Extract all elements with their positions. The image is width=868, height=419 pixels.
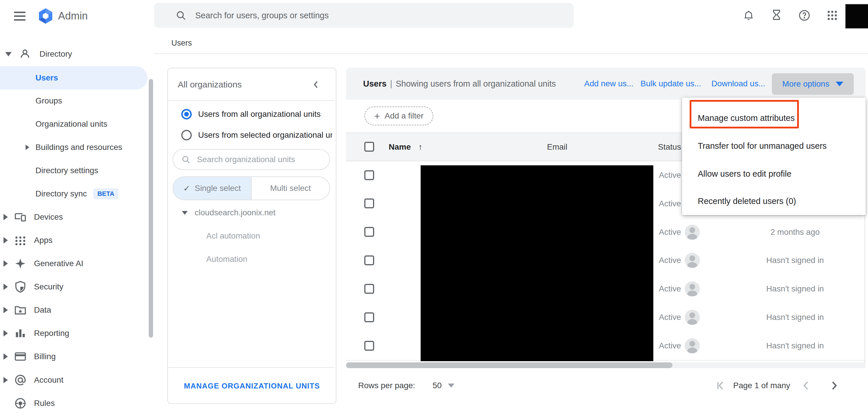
menu-item-recently-deleted[interactable]: Recently deleted users (0) <box>698 197 796 206</box>
collapse-panel-icon[interactable] <box>311 79 321 90</box>
avatar <box>685 281 700 296</box>
sidebar-item-generative-ai[interactable]: Generative AI <box>3 252 83 275</box>
row-checkbox[interactable] <box>364 199 374 208</box>
sidebar-item-data[interactable]: Data <box>3 298 51 322</box>
sidebar-item-security[interactable]: Security <box>3 275 63 298</box>
menu-item-transfer-tool[interactable]: Transfer tool for unmanaged users <box>698 141 827 151</box>
avatar <box>685 253 700 268</box>
org-tree-item[interactable]: Automation <box>206 249 248 269</box>
check-icon: ✓ <box>183 184 190 193</box>
org-search-placeholder: Search organizational units <box>197 155 295 164</box>
credit-card-icon <box>14 350 27 363</box>
org-panel-title: All organizations <box>178 77 242 93</box>
org-tree-domain-row[interactable]: cloudsearch.joonix.net <box>182 203 276 223</box>
horizontal-scrollbar-track[interactable] <box>346 362 866 368</box>
row-checkbox[interactable] <box>364 256 374 265</box>
row-checkbox[interactable] <box>364 341 374 351</box>
download-users-link[interactable]: Download us... <box>711 68 765 100</box>
row-checkbox[interactable] <box>364 284 374 294</box>
status-cell: Active <box>659 189 681 218</box>
admin-logo-icon <box>37 7 54 24</box>
sidebar-item-directory-settings[interactable]: Directory settings <box>35 159 98 182</box>
previous-page-icon[interactable] <box>800 379 813 392</box>
admin-console-screen: Admin Search for users, groups or settin… <box>0 0 868 419</box>
last-sign-in-cell: Hasn't signed in <box>766 303 824 332</box>
multi-select-option[interactable]: Multi select <box>252 177 330 200</box>
annotation-highlight-box <box>690 100 799 128</box>
row-checkbox[interactable] <box>364 227 374 237</box>
avatar <box>685 310 700 325</box>
chevron-right-icon <box>3 283 8 290</box>
column-header-name[interactable]: Name ↑ <box>389 132 423 161</box>
sidebar-item-billing[interactable]: Billing <box>3 345 56 368</box>
chevron-right-icon <box>3 353 8 360</box>
global-search-bar[interactable]: Search for users, groups or settings <box>154 3 574 28</box>
breadcrumb[interactable]: Users <box>172 35 192 51</box>
next-page-icon[interactable] <box>827 379 841 392</box>
sort-ascending-icon: ↑ <box>418 142 423 152</box>
org-units-panel: All organizations Users from all organiz… <box>167 68 336 404</box>
radio-selected-org-units[interactable]: Users from selected organizational units <box>181 125 332 146</box>
sidebar-item-groups[interactable]: Groups <box>35 89 62 113</box>
last-sign-in-cell: Hasn't signed in <box>766 332 824 360</box>
single-select-option[interactable]: ✓ Single select <box>173 177 252 200</box>
sidebar-item-rules[interactable]: Rules <box>3 392 55 415</box>
account-avatar[interactable] <box>845 4 868 28</box>
manage-org-units-button[interactable]: MANAGE ORGANIZATIONAL UNITS <box>184 382 320 391</box>
product-name: Admin <box>58 9 88 23</box>
status-cell: Active <box>659 218 681 246</box>
chevron-right-icon <box>3 377 8 383</box>
chevron-right-icon <box>3 237 8 243</box>
sidebar-item-buildings-resources[interactable]: Buildings and resources <box>26 136 122 159</box>
row-checkbox[interactable] <box>364 170 374 180</box>
chevron-down-icon <box>5 52 11 56</box>
sidebar-item-reporting[interactable]: Reporting <box>3 322 69 345</box>
sidebar-item-directory-sync[interactable]: Directory sync BETA <box>35 182 119 205</box>
apps-grid-icon[interactable] <box>826 9 838 22</box>
hourglass-icon[interactable] <box>770 9 783 21</box>
org-tree-item[interactable]: Acl automation <box>206 226 260 246</box>
chevron-right-icon <box>3 214 8 220</box>
org-panel-divider <box>168 100 335 101</box>
notifications-bell-icon[interactable] <box>743 9 755 22</box>
last-sign-in-cell: Hasn't signed in <box>766 275 824 303</box>
sidebar-item-account[interactable]: Account <box>3 368 63 392</box>
more-options-button[interactable]: More options <box>772 73 854 95</box>
sidebar-item-organizational-units[interactable]: Organizational units <box>35 113 107 136</box>
chevron-down-icon <box>182 211 188 215</box>
sidebar-item-directory[interactable]: Directory <box>3 42 152 66</box>
search-icon <box>181 155 191 164</box>
first-page-icon[interactable] <box>714 379 727 392</box>
menu-item-allow-edit-profile[interactable]: Allow users to edit profile <box>698 169 791 179</box>
hamburger-menu-icon[interactable] <box>14 9 26 23</box>
status-cell: Active <box>659 303 681 332</box>
org-units-search-input[interactable]: Search organizational units <box>173 149 330 170</box>
sidebar-scrollbar[interactable] <box>149 79 153 338</box>
users-panel-title: Users | Showing users from all organizat… <box>363 68 556 100</box>
bulk-update-users-link[interactable]: Bulk update us... <box>641 68 701 100</box>
chevron-right-icon <box>3 260 8 267</box>
directory-person-icon <box>19 48 31 60</box>
status-cell: Active <box>659 275 681 303</box>
radio-off-icon <box>181 130 192 140</box>
rows-per-page-value[interactable]: 50 <box>433 381 441 390</box>
add-filter-button[interactable]: + Add a filter <box>364 106 433 125</box>
rows-per-page-caret-icon[interactable] <box>448 384 454 388</box>
radio-all-org-units[interactable]: Users from all organizational units <box>181 104 321 125</box>
sidebar-item-users[interactable]: Users <box>0 66 148 89</box>
help-icon[interactable] <box>798 9 810 22</box>
column-header-email[interactable]: Email <box>547 132 567 161</box>
status-cell: Active <box>659 161 681 189</box>
column-header-status[interactable]: Status <box>658 132 681 161</box>
global-search-placeholder: Search for users, groups or settings <box>195 11 329 20</box>
radio-on-icon <box>181 109 192 119</box>
status-cell: Active <box>659 332 681 360</box>
add-new-user-link[interactable]: Add new us... <box>584 68 633 100</box>
sidebar-item-apps[interactable]: Apps <box>3 229 53 252</box>
chevron-right-icon <box>3 330 8 336</box>
sidebar-item-devices[interactable]: Devices <box>3 205 63 229</box>
horizontal-scrollbar-thumb[interactable] <box>346 362 673 368</box>
caret-down-icon <box>836 82 843 86</box>
select-all-checkbox[interactable] <box>364 142 374 152</box>
row-checkbox[interactable] <box>364 312 374 322</box>
